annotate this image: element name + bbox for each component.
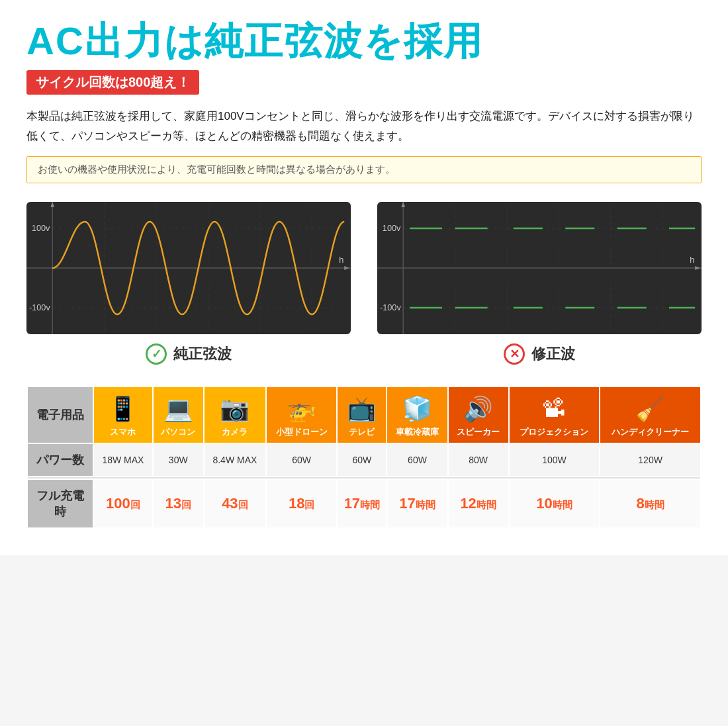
device-label-2: カメラ	[222, 427, 248, 437]
svg-marker-9	[344, 266, 349, 270]
row-electronics-label: 電子用品	[27, 386, 93, 443]
note-box: お使いの機器や使用状況により、充電可能回数と時間は異なる場合があります。	[26, 156, 702, 183]
charge-cell-1: 13回	[153, 479, 204, 528]
device-label-3: 小型ドローン	[276, 427, 328, 437]
charge-cell-4: 17時間	[337, 479, 387, 528]
svg-text:-100v: -100v	[29, 302, 50, 312]
power-cell-8: 120W	[600, 443, 701, 476]
product-table: 電子用品 📱 スマホ 💻 パソコン 📷 カメラ 🚁 小型ドローン 📺 テレビ 🧊…	[26, 386, 702, 529]
icon-cell-0: 📱 スマホ	[93, 386, 153, 443]
charge-cell-8: 8時間	[600, 479, 701, 528]
svg-marker-24	[401, 202, 405, 207]
device-icon-5: 🧊	[402, 395, 432, 423]
device-icon-8: 🧹	[635, 395, 665, 423]
svg-marker-23	[695, 266, 700, 270]
device-icon-4: 📺	[347, 395, 377, 423]
x-icon: ✕	[504, 343, 525, 365]
icon-cell-6: 🔊 スピーカー	[448, 386, 509, 443]
icon-cell-4: 📺 テレビ	[337, 386, 387, 443]
row-charge-label: フル充電時	[27, 479, 93, 528]
device-label-8: ハンディクリーナー	[612, 427, 689, 437]
square-wave-caption: ✕ 修正波	[377, 343, 702, 365]
check-icon: ✓	[146, 343, 167, 365]
svg-text:h: h	[690, 255, 694, 265]
icon-cell-3: 🚁 小型ドローン	[266, 386, 337, 443]
charge-cell-2: 43回	[204, 479, 266, 528]
device-label-6: スピーカー	[457, 427, 500, 437]
subtitle-badge: サイクル回数は800超え！	[26, 70, 199, 95]
svg-text:h: h	[339, 255, 343, 265]
device-icon-6: 🔊	[463, 395, 493, 423]
device-icon-2: 📷	[220, 395, 250, 423]
device-label-7: プロジェクション	[520, 427, 588, 437]
device-icon-0: 📱	[108, 395, 138, 423]
square-wave-label: 修正波	[531, 344, 575, 364]
svg-text:-100v: -100v	[380, 302, 401, 312]
power-cell-6: 80W	[448, 443, 509, 476]
icon-cell-5: 🧊 車載冷蔵庫	[387, 386, 447, 443]
square-wave-chart: 100v -100v h	[377, 202, 702, 334]
wave-section: 100v -100v h ✓ 純正弦波	[26, 202, 702, 365]
charge-cell-0: 100回	[93, 479, 153, 528]
sine-wave-box: 100v -100v h ✓ 純正弦波	[26, 202, 351, 365]
row-power-label: パワー数	[27, 443, 93, 476]
description-text: 本製品は純正弦波を採用して、家庭用100Vコンセントと同じ、滑らかな波形を作り出…	[26, 107, 702, 146]
device-label-5: 車載冷蔵庫	[396, 427, 439, 437]
charge-cell-5: 17時間	[387, 479, 447, 528]
icon-cell-7: 📽 プロジェクション	[509, 386, 600, 443]
power-cell-0: 18W MAX	[93, 443, 153, 476]
icon-cell-8: 🧹 ハンディクリーナー	[600, 386, 701, 443]
device-icon-7: 📽	[542, 395, 566, 423]
device-label-0: スマホ	[110, 427, 136, 437]
power-cell-1: 30W	[153, 443, 204, 476]
page-title: AC出力は純正弦波を採用	[26, 20, 702, 62]
power-cell-2: 8.4W MAX	[204, 443, 266, 476]
sine-wave-caption: ✓ 純正弦波	[26, 343, 351, 365]
sine-wave-label: 純正弦波	[173, 344, 232, 364]
icon-cell-1: 💻 パソコン	[153, 386, 204, 443]
device-label-4: テレビ	[349, 427, 375, 437]
device-icon-3: 🚁	[287, 395, 316, 423]
device-label-1: パソコン	[161, 427, 195, 437]
power-cell-7: 100W	[509, 443, 600, 476]
icon-cell-2: 📷 カメラ	[204, 386, 266, 443]
charge-cell-6: 12時間	[448, 479, 509, 528]
svg-text:100v: 100v	[383, 223, 401, 233]
power-cell-4: 60W	[337, 443, 387, 476]
device-icon-1: 💻	[163, 395, 193, 423]
power-cell-3: 60W	[266, 443, 337, 476]
svg-text:100v: 100v	[32, 223, 50, 233]
charge-cell-7: 10時間	[509, 479, 600, 528]
page-wrapper: AC出力は純正弦波を採用 サイクル回数は800超え！ 本製品は純正弦波を採用して…	[0, 0, 728, 555]
svg-marker-10	[50, 202, 54, 207]
square-wave-box: 100v -100v h ✕ 修正波	[377, 202, 702, 365]
power-cell-5: 60W	[387, 443, 447, 476]
charge-cell-3: 18回	[266, 479, 337, 528]
sine-wave-chart: 100v -100v h	[26, 202, 351, 334]
